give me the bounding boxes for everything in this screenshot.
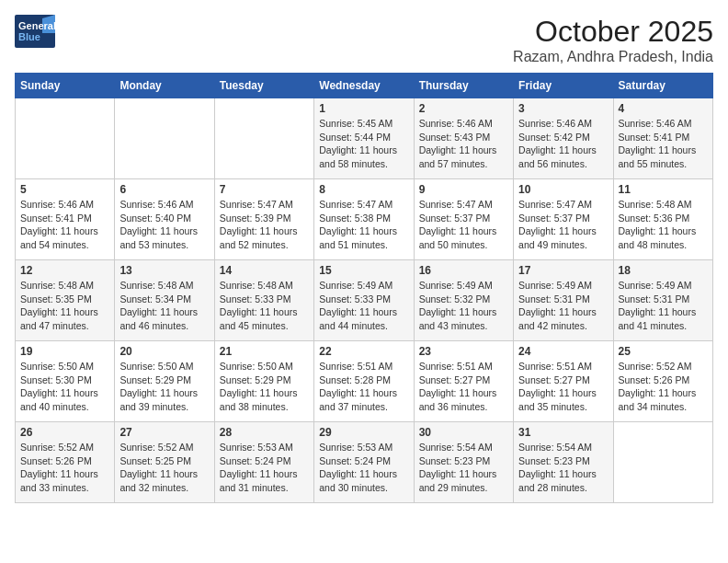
day-info: Sunrise: 5:50 AM Sunset: 5:29 PM Dayligh…	[119, 360, 209, 414]
table-row: 25Sunrise: 5:52 AM Sunset: 5:26 PM Dayli…	[613, 341, 712, 422]
day-info: Sunrise: 5:54 AM Sunset: 5:23 PM Dayligh…	[419, 441, 508, 495]
day-number: 23	[419, 345, 508, 358]
day-number: 21	[220, 345, 309, 358]
col-thursday: Thursday	[414, 74, 513, 98]
table-row	[214, 98, 313, 179]
day-info: Sunrise: 5:46 AM Sunset: 5:43 PM Dayligh…	[419, 117, 508, 171]
table-row: 4Sunrise: 5:46 AM Sunset: 5:41 PM Daylig…	[613, 98, 712, 179]
table-row: 19Sunrise: 5:50 AM Sunset: 5:30 PM Dayli…	[16, 341, 115, 422]
title-block: October 2025 Razam, Andhra Pradesh, Indi…	[513, 15, 713, 65]
day-info: Sunrise: 5:52 AM Sunset: 5:25 PM Dayligh…	[119, 441, 209, 495]
day-info: Sunrise: 5:45 AM Sunset: 5:44 PM Dayligh…	[319, 117, 408, 171]
calendar-week-row: 12Sunrise: 5:48 AM Sunset: 5:35 PM Dayli…	[16, 260, 713, 341]
day-info: Sunrise: 5:48 AM Sunset: 5:35 PM Dayligh…	[20, 279, 109, 333]
table-row	[115, 98, 214, 179]
day-number: 10	[518, 183, 608, 196]
day-number: 22	[319, 345, 408, 358]
day-info: Sunrise: 5:49 AM Sunset: 5:31 PM Dayligh…	[619, 279, 708, 333]
day-number: 26	[20, 426, 109, 439]
table-row: 7Sunrise: 5:47 AM Sunset: 5:39 PM Daylig…	[214, 179, 313, 260]
col-friday: Friday	[514, 74, 613, 98]
day-info: Sunrise: 5:49 AM Sunset: 5:31 PM Dayligh…	[518, 279, 608, 333]
table-row: 27Sunrise: 5:52 AM Sunset: 5:25 PM Dayli…	[115, 422, 214, 503]
calendar-week-row: 5Sunrise: 5:46 AM Sunset: 5:41 PM Daylig…	[16, 179, 713, 260]
day-info: Sunrise: 5:46 AM Sunset: 5:41 PM Dayligh…	[20, 198, 109, 252]
day-number: 31	[518, 426, 608, 439]
day-info: Sunrise: 5:52 AM Sunset: 5:26 PM Dayligh…	[619, 360, 708, 414]
location: Razam, Andhra Pradesh, India	[513, 49, 713, 65]
month-year: October 2025	[513, 15, 713, 49]
day-info: Sunrise: 5:50 AM Sunset: 5:30 PM Dayligh…	[20, 360, 109, 414]
table-row: 3Sunrise: 5:46 AM Sunset: 5:42 PM Daylig…	[514, 98, 613, 179]
day-number: 9	[419, 183, 508, 196]
svg-text:General: General	[18, 20, 55, 31]
day-info: Sunrise: 5:51 AM Sunset: 5:28 PM Dayligh…	[319, 360, 408, 414]
table-row: 16Sunrise: 5:49 AM Sunset: 5:32 PM Dayli…	[414, 260, 513, 341]
day-number: 16	[419, 264, 508, 277]
day-number: 18	[619, 264, 708, 277]
day-number: 4	[619, 102, 708, 115]
day-info: Sunrise: 5:46 AM Sunset: 5:41 PM Dayligh…	[619, 117, 708, 171]
day-number: 8	[319, 183, 408, 196]
day-number: 5	[20, 183, 109, 196]
day-info: Sunrise: 5:47 AM Sunset: 5:38 PM Dayligh…	[319, 198, 408, 252]
day-number: 20	[119, 345, 209, 358]
day-info: Sunrise: 5:49 AM Sunset: 5:32 PM Dayligh…	[419, 279, 508, 333]
table-row: 28Sunrise: 5:53 AM Sunset: 5:24 PM Dayli…	[214, 422, 313, 503]
table-row: 30Sunrise: 5:54 AM Sunset: 5:23 PM Dayli…	[414, 422, 513, 503]
day-number: 1	[319, 102, 408, 115]
logo-icon: General Blue	[15, 15, 55, 48]
day-number: 25	[619, 345, 708, 358]
day-info: Sunrise: 5:48 AM Sunset: 5:34 PM Dayligh…	[119, 279, 209, 333]
calendar-header-row: Sunday Monday Tuesday Wednesday Thursday…	[16, 74, 713, 98]
table-row: 6Sunrise: 5:46 AM Sunset: 5:40 PM Daylig…	[115, 179, 214, 260]
day-number: 13	[119, 264, 209, 277]
day-number: 15	[319, 264, 408, 277]
col-sunday: Sunday	[16, 74, 115, 98]
table-row: 8Sunrise: 5:47 AM Sunset: 5:38 PM Daylig…	[314, 179, 414, 260]
table-row	[16, 98, 115, 179]
day-info: Sunrise: 5:46 AM Sunset: 5:40 PM Dayligh…	[119, 198, 209, 252]
day-info: Sunrise: 5:49 AM Sunset: 5:33 PM Dayligh…	[319, 279, 408, 333]
table-row: 20Sunrise: 5:50 AM Sunset: 5:29 PM Dayli…	[115, 341, 214, 422]
col-saturday: Saturday	[613, 74, 712, 98]
table-row: 14Sunrise: 5:48 AM Sunset: 5:33 PM Dayli…	[214, 260, 313, 341]
day-number: 30	[419, 426, 508, 439]
day-number: 19	[20, 345, 109, 358]
table-row: 5Sunrise: 5:46 AM Sunset: 5:41 PM Daylig…	[16, 179, 115, 260]
day-number: 6	[119, 183, 209, 196]
calendar-table: Sunday Monday Tuesday Wednesday Thursday…	[15, 73, 713, 503]
table-row: 10Sunrise: 5:47 AM Sunset: 5:37 PM Dayli…	[514, 179, 613, 260]
day-number: 17	[518, 264, 608, 277]
day-number: 29	[319, 426, 408, 439]
table-row: 24Sunrise: 5:51 AM Sunset: 5:27 PM Dayli…	[514, 341, 613, 422]
day-info: Sunrise: 5:54 AM Sunset: 5:23 PM Dayligh…	[518, 441, 608, 495]
day-info: Sunrise: 5:51 AM Sunset: 5:27 PM Dayligh…	[518, 360, 608, 414]
calendar-week-row: 1Sunrise: 5:45 AM Sunset: 5:44 PM Daylig…	[16, 98, 713, 179]
day-info: Sunrise: 5:47 AM Sunset: 5:39 PM Dayligh…	[220, 198, 309, 252]
day-number: 24	[518, 345, 608, 358]
page-header: General Blue October 2025 Razam, Andhra …	[15, 15, 713, 65]
day-info: Sunrise: 5:46 AM Sunset: 5:42 PM Dayligh…	[518, 117, 608, 171]
day-info: Sunrise: 5:53 AM Sunset: 5:24 PM Dayligh…	[319, 441, 408, 495]
table-row: 2Sunrise: 5:46 AM Sunset: 5:43 PM Daylig…	[414, 98, 513, 179]
day-info: Sunrise: 5:53 AM Sunset: 5:24 PM Dayligh…	[220, 441, 309, 495]
col-tuesday: Tuesday	[214, 74, 313, 98]
day-info: Sunrise: 5:48 AM Sunset: 5:36 PM Dayligh…	[619, 198, 708, 252]
table-row: 23Sunrise: 5:51 AM Sunset: 5:27 PM Dayli…	[414, 341, 513, 422]
table-row: 31Sunrise: 5:54 AM Sunset: 5:23 PM Dayli…	[514, 422, 613, 503]
day-info: Sunrise: 5:47 AM Sunset: 5:37 PM Dayligh…	[419, 198, 508, 252]
table-row: 21Sunrise: 5:50 AM Sunset: 5:29 PM Dayli…	[214, 341, 313, 422]
day-info: Sunrise: 5:51 AM Sunset: 5:27 PM Dayligh…	[419, 360, 508, 414]
day-number: 7	[220, 183, 309, 196]
col-wednesday: Wednesday	[314, 74, 414, 98]
table-row: 13Sunrise: 5:48 AM Sunset: 5:34 PM Dayli…	[115, 260, 214, 341]
calendar-week-row: 26Sunrise: 5:52 AM Sunset: 5:26 PM Dayli…	[16, 422, 713, 503]
table-row: 18Sunrise: 5:49 AM Sunset: 5:31 PM Dayli…	[613, 260, 712, 341]
logo: General Blue	[15, 15, 59, 48]
col-monday: Monday	[115, 74, 214, 98]
day-number: 28	[220, 426, 309, 439]
day-info: Sunrise: 5:52 AM Sunset: 5:26 PM Dayligh…	[20, 441, 109, 495]
day-number: 2	[419, 102, 508, 115]
table-row	[613, 422, 712, 503]
